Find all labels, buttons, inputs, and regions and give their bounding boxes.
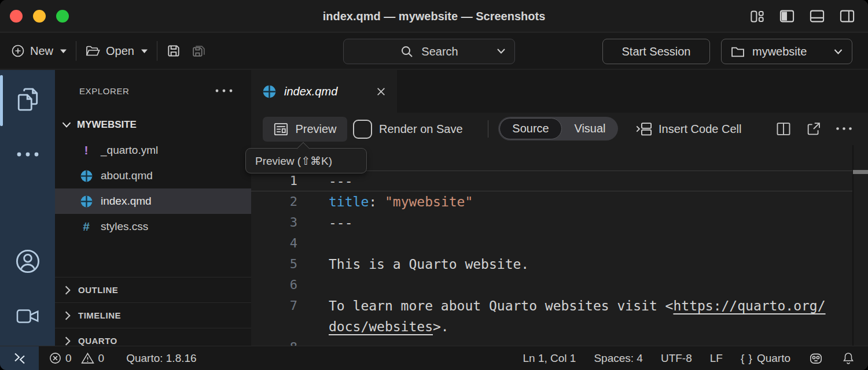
more-actions-icon[interactable]: [836, 127, 852, 131]
more-actions-icon[interactable]: [215, 88, 234, 93]
overview-ruler-cursor-mark: [853, 170, 868, 174]
file-row-about.qmd[interactable]: about.qmd: [55, 163, 251, 188]
render-on-save-checkbox[interactable]: [353, 120, 372, 139]
workspace-switcher-button[interactable]: mywebsite: [721, 39, 852, 64]
toolbar-separator: [157, 41, 157, 61]
problems-status[interactable]: 0 0: [49, 352, 104, 365]
start-session-button[interactable]: Start Session: [602, 39, 710, 64]
quarto-version-status[interactable]: Quarto: 1.8.16: [126, 352, 196, 365]
customize-layout-icon[interactable]: [749, 9, 765, 24]
code-lines: 1---2title: "mywebsite"3---45This is a Q…: [251, 171, 868, 346]
code-line: 4: [251, 233, 868, 254]
editor-ruler: [852, 145, 854, 346]
explorer-root-folder[interactable]: MYWEBSITE: [55, 112, 251, 138]
sidebar-item-more[interactable]: [0, 130, 55, 179]
sidebar-section-quarto[interactable]: QUARTO: [55, 328, 251, 346]
preview-button[interactable]: Preview: [263, 117, 347, 142]
code-line: 7To learn more about Quarto websites vis…: [251, 295, 868, 316]
chevron-down-icon[interactable]: [496, 48, 506, 54]
insert-code-cell-button[interactable]: Insert Code Cell: [635, 113, 741, 145]
code-line: 8: [251, 337, 868, 346]
sidebar-item-explorer[interactable]: [0, 75, 55, 124]
render-on-save-label[interactable]: Render on Save: [379, 113, 463, 145]
titlebar: index.qmd — mywebsite — Screenshots: [0, 0, 868, 32]
save-icon: [166, 43, 181, 58]
line-number: 1: [251, 171, 297, 191]
error-count: 0: [65, 352, 72, 365]
quarto-version-label: Quarto: 1.8.16: [126, 352, 196, 365]
eol-status[interactable]: LF: [710, 352, 723, 365]
save-all-button[interactable]: [191, 43, 207, 59]
file-name: about.qmd: [101, 169, 153, 182]
language-mode-status[interactable]: { } Quarto: [741, 352, 790, 365]
hash-icon: #: [79, 220, 93, 234]
preview-button-label: Preview: [295, 123, 336, 136]
remote-indicator[interactable]: [0, 346, 39, 370]
code-text: ---: [329, 171, 353, 191]
save-all-icon: [191, 43, 207, 59]
error-icon: [49, 352, 61, 364]
file-row-_quarto.yml[interactable]: !_quarto.yml: [55, 138, 251, 163]
close-icon[interactable]: [376, 87, 386, 97]
account-icon: [14, 248, 41, 275]
toolbar-separator: [488, 120, 488, 138]
new-button-label: New: [30, 45, 53, 58]
visual-mode-label: Visual: [574, 122, 605, 135]
sidebar-section-label: TIMELINE: [78, 310, 121, 320]
start-session-label: Start Session: [622, 45, 691, 58]
globe-icon: [79, 195, 93, 208]
status-bar: 0 0 Quarto: 1.8.16 Ln 1, Col 1 Spaces: 4…: [0, 346, 868, 370]
line-number: 5: [251, 254, 297, 275]
file-row-styles.css[interactable]: #styles.css: [55, 214, 251, 239]
sidebar-section-list: OUTLINETIMELINEQUARTO: [55, 277, 251, 346]
warning-count: 0: [98, 352, 105, 365]
chevron-down-icon: [833, 49, 843, 55]
indentation-status[interactable]: Spaces: 4: [594, 352, 643, 365]
chevron-right-icon: [64, 285, 72, 295]
new-button[interactable]: New: [11, 44, 67, 58]
tab-index-qmd[interactable]: index.qmd: [251, 70, 397, 113]
search-label: Search: [421, 45, 458, 58]
file-name: styles.css: [101, 220, 148, 233]
activity-bar: [0, 70, 55, 346]
toggle-secondary-sidebar-icon[interactable]: [839, 8, 855, 24]
line-number: [251, 316, 297, 337]
source-mode-button[interactable]: Source: [499, 118, 562, 139]
search-input[interactable]: Search: [343, 39, 515, 64]
file-row-index.qmd[interactable]: index.qmd: [55, 188, 251, 214]
globe-icon: [79, 169, 93, 183]
line-number: 6: [251, 275, 297, 295]
code-text: docs/websites>.: [329, 316, 449, 337]
code-editor[interactable]: 1---2title: "mywebsite"3---45This is a Q…: [251, 145, 868, 346]
preview-icon: [273, 122, 289, 136]
toggle-primary-sidebar-icon[interactable]: [779, 8, 795, 24]
sidebar-section-timeline[interactable]: TIMELINE: [55, 302, 251, 328]
split-editor-icon[interactable]: [775, 121, 792, 137]
cursor-position-status[interactable]: Ln 1, Col 1: [523, 352, 576, 365]
sidebar-section-outline[interactable]: OUTLINE: [55, 277, 251, 302]
visual-mode-button[interactable]: Visual: [562, 117, 618, 140]
braces-icon: { }: [741, 352, 753, 365]
save-button[interactable]: [166, 43, 181, 58]
insert-code-cell-label: Insert Code Cell: [659, 123, 741, 136]
encoding-status[interactable]: UTF-8: [661, 352, 692, 365]
explorer-header: EXPLORER: [55, 70, 251, 112]
code-line: 5This is a Quarto website.: [251, 254, 868, 275]
warning-icon: [81, 352, 94, 364]
toggle-panel-icon[interactable]: [809, 8, 825, 24]
sidebar-item-account[interactable]: [0, 237, 55, 286]
code-line: 1---: [251, 171, 868, 191]
open-external-icon[interactable]: [806, 121, 822, 137]
open-button[interactable]: Open: [85, 44, 148, 58]
notifications-bell-icon[interactable]: [841, 351, 855, 365]
copilot-status-icon[interactable]: [808, 351, 823, 366]
sidebar-section-label: OUTLINE: [78, 285, 118, 295]
explorer-root-label: MYWEBSITE: [77, 119, 137, 131]
search-icon: [400, 45, 414, 58]
sidebar-section-label: QUARTO: [78, 336, 117, 346]
explorer-panel: EXPLORER MYWEBSITE !_quarto.ymlabout.qmd…: [55, 70, 251, 346]
chevron-down-icon: [60, 49, 67, 54]
code-line: 3---: [251, 212, 868, 233]
sidebar-item-screen-recorder[interactable]: [0, 292, 55, 341]
app-window: index.qmd — mywebsite — Screenshots: [0, 0, 868, 370]
